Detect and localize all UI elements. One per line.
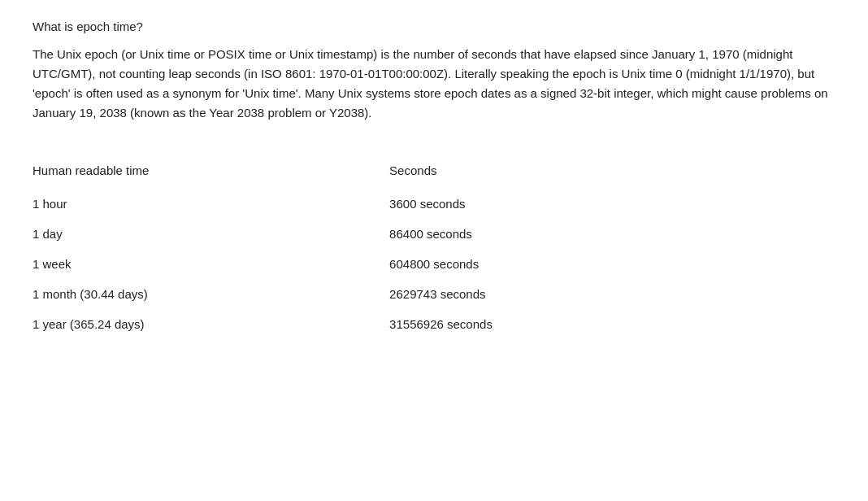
section-title: What is epoch time? <box>33 20 835 33</box>
table-row: 1 year (365.24 days)31556926 seconds <box>33 309 835 339</box>
description-text: The Unix epoch (or Unix time or POSIX ti… <box>33 45 835 123</box>
seconds-cell: 3600 seconds <box>389 189 835 219</box>
seconds-cell: 31556926 seconds <box>389 309 835 339</box>
human-time-cell: 1 day <box>33 219 389 249</box>
table-header-row: Human readable time Seconds <box>33 155 835 189</box>
seconds-cell: 604800 seconds <box>389 249 835 279</box>
human-time-cell: 1 week <box>33 249 389 279</box>
col-header-seconds: Seconds <box>389 155 835 189</box>
table-row: 1 day86400 seconds <box>33 219 835 249</box>
page-container: What is epoch time? The Unix epoch (or U… <box>33 20 835 339</box>
human-time-cell: 1 hour <box>33 189 389 219</box>
human-time-cell: 1 month (30.44 days) <box>33 279 389 309</box>
human-time-cell: 1 year (365.24 days) <box>33 309 389 339</box>
table-row: 1 week604800 seconds <box>33 249 835 279</box>
table-row: 1 hour3600 seconds <box>33 189 835 219</box>
time-conversion-table: Human readable time Seconds 1 hour3600 s… <box>33 155 835 339</box>
seconds-cell: 86400 seconds <box>389 219 835 249</box>
seconds-cell: 2629743 seconds <box>389 279 835 309</box>
table-row: 1 month (30.44 days)2629743 seconds <box>33 279 835 309</box>
col-header-human: Human readable time <box>33 155 389 189</box>
